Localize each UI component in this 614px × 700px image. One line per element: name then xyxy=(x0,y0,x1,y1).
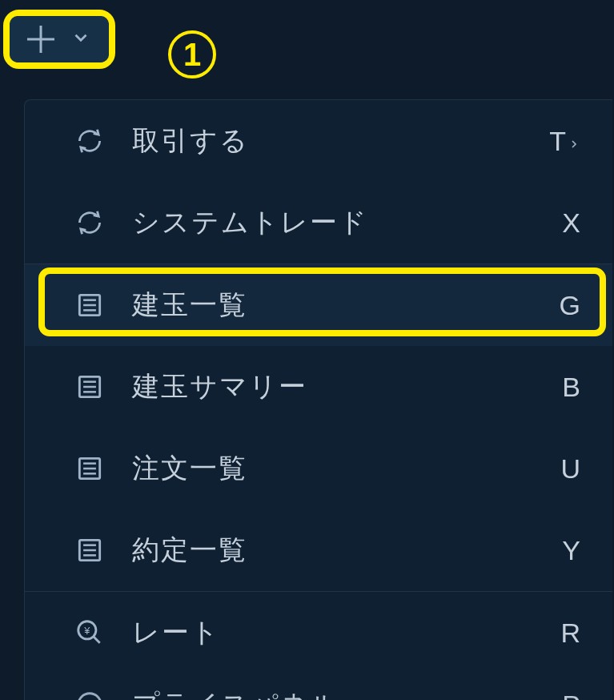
menu-item-price-panel[interactable]: ¥ プライスパネル P xyxy=(25,674,612,700)
refresh-icon xyxy=(73,206,106,239)
annotation-1: 1 xyxy=(168,30,216,78)
list-icon xyxy=(73,288,106,322)
menu-label: 約定一覧 xyxy=(132,532,536,569)
plus-icon xyxy=(27,26,54,53)
menu-label: 建玉サマリー xyxy=(132,368,536,405)
price-icon: ¥ xyxy=(73,688,106,700)
menu-item-trade[interactable]: 取引する T xyxy=(25,100,612,182)
menu-label: 注文一覧 xyxy=(132,450,535,487)
menu-shortcut: R xyxy=(560,618,580,649)
menu-item-order-list[interactable]: 注文一覧 U xyxy=(25,428,612,509)
list-icon xyxy=(73,370,106,404)
menu-label: 建玉一覧 xyxy=(132,287,534,324)
menu-item-position-summary[interactable]: 建玉サマリー B xyxy=(25,346,612,428)
menu-item-position-list[interactable]: 建玉一覧 G xyxy=(25,264,612,346)
menu-shortcut: Y xyxy=(562,535,580,566)
menu-item-rate[interactable]: ¥ レート R xyxy=(25,592,612,674)
menu-item-system-trade[interactable]: システムトレード X xyxy=(25,182,612,264)
menu-shortcut: U xyxy=(560,453,580,485)
menu-shortcut: T xyxy=(549,126,580,157)
chevron-down-icon xyxy=(70,27,91,51)
menu-label: プライスパネル xyxy=(132,686,536,700)
menu-item-execution-list[interactable]: 約定一覧 Y xyxy=(25,509,612,591)
svg-text:¥: ¥ xyxy=(83,626,90,637)
menu-label: レート xyxy=(132,614,535,651)
rate-icon: ¥ xyxy=(73,616,106,650)
add-button-highlight xyxy=(3,10,115,69)
menu-shortcut: X xyxy=(562,207,580,239)
add-button[interactable] xyxy=(10,16,109,62)
menu-label: 取引する xyxy=(132,123,524,159)
menu-shortcut: P xyxy=(562,690,580,701)
refresh-icon xyxy=(73,124,106,158)
list-icon xyxy=(73,533,106,567)
menu-shortcut: B xyxy=(562,372,580,403)
chevron-right-icon xyxy=(568,126,580,157)
menu-shortcut: G xyxy=(560,290,580,321)
menu-label: システムトレード xyxy=(132,204,536,241)
list-icon xyxy=(73,452,106,485)
dropdown-menu: 取引する T システムトレード X 建玉一覧 G xyxy=(24,99,612,700)
